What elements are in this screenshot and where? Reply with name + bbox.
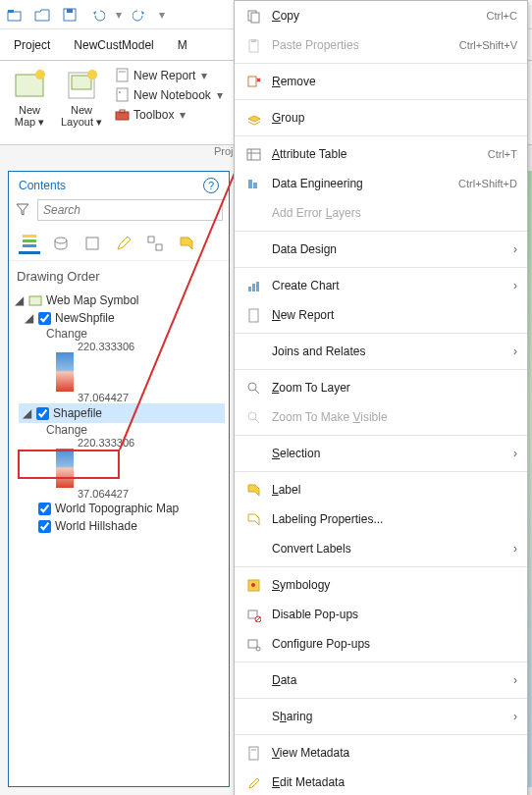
menu-data[interactable]: Data › — [235, 665, 527, 695]
menu-convlabels-label: Convert Labels — [272, 542, 504, 556]
svg-point-18 — [55, 238, 67, 243]
toc-tab-drawing-order[interactable] — [19, 233, 40, 254]
configure-popups-icon — [244, 635, 262, 653]
open-folder-icon[interactable] — [33, 6, 51, 24]
toc-tab-selection[interactable] — [81, 233, 103, 254]
svg-rect-22 — [29, 296, 41, 305]
menu-selection[interactable]: Selection › — [235, 439, 527, 468]
copy-icon — [244, 7, 262, 25]
layer-hillshade-checkbox[interactable] — [38, 520, 51, 533]
menu-symbology[interactable]: Symbology — [235, 570, 527, 600]
layer-topo-row[interactable]: ◢ World Topographic Map — [13, 500, 225, 517]
layer-newshpfile-checkbox[interactable] — [38, 312, 51, 325]
menu-attr-shortcut: Ctrl+T — [488, 148, 517, 160]
new-map-button[interactable]: NewMap ▾ — [8, 67, 51, 138]
menu-configure-popups[interactable]: Configure Pop-ups — [235, 629, 527, 659]
svg-rect-34 — [252, 284, 255, 292]
undo-icon[interactable] — [88, 6, 106, 24]
svg-rect-33 — [248, 287, 251, 292]
redo-dropdown[interactable]: ▾ — [159, 8, 165, 22]
menu-copy[interactable]: Copy Ctrl+C — [235, 1, 527, 30]
tab-extra[interactable]: M — [178, 38, 187, 52]
layer-context-menu: Copy Ctrl+C Paste Properties Ctrl+Shift+… — [234, 0, 528, 795]
svg-point-8 — [87, 70, 97, 80]
menu-create-chart[interactable]: Create Chart › — [235, 271, 527, 300]
menu-labeling-properties[interactable]: Labeling Properties... — [235, 504, 527, 534]
tab-project[interactable]: Project — [14, 38, 50, 52]
svg-point-42 — [251, 583, 255, 587]
new-report-button[interactable]: New Report▾ — [112, 67, 226, 83]
svg-rect-20 — [148, 237, 154, 242]
svg-rect-26 — [251, 39, 256, 42]
layer-topo-checkbox[interactable] — [38, 503, 51, 515]
new-notebook-button[interactable]: New Notebook▾ — [112, 86, 226, 103]
menu-attribute-table[interactable]: Attribute Table Ctrl+T — [235, 139, 527, 169]
toolbox-button[interactable]: Toolbox▾ — [112, 106, 226, 123]
svg-rect-17 — [23, 244, 36, 247]
menu-group[interactable]: Group — [235, 103, 527, 132]
menu-view-metadata[interactable]: View Metadata — [235, 738, 527, 768]
menu-copy-shortcut: Ctrl+C — [487, 10, 517, 22]
menu-remove[interactable]: Remove — [235, 67, 527, 96]
toc-tab-edit[interactable] — [113, 233, 134, 254]
renderer-heading-1: Change — [46, 327, 225, 341]
menu-disable-popups[interactable]: Disable Pop-ups — [235, 600, 527, 629]
layer-hillshade-row[interactable]: ◢ World Hillshade — [13, 517, 225, 535]
svg-point-12 — [119, 91, 121, 93]
svg-rect-28 — [247, 149, 260, 160]
svg-rect-9 — [117, 69, 128, 81]
menu-edit-metadata[interactable]: Edit Metadata — [235, 768, 527, 795]
zoom-layer-icon — [244, 379, 262, 397]
submenu-arrow-icon: › — [513, 542, 517, 556]
undo-dropdown[interactable]: ▾ — [116, 8, 122, 22]
layer-newshpfile-row[interactable]: ◢ NewShpfile — [13, 309, 225, 327]
map-frame-row[interactable]: ◢ Web Map Symbol — [13, 292, 225, 309]
menu-joins-label: Joins and Relates — [272, 344, 504, 358]
tab-model[interactable]: NewCustModel — [74, 38, 153, 52]
toc-tab-datasource[interactable] — [50, 233, 72, 254]
ramp-top-1: 220.333306 — [78, 341, 225, 352]
layer-shapefile-row[interactable]: ◢ Shapefile — [19, 403, 225, 423]
paste-icon — [244, 36, 262, 54]
redo-icon[interactable] — [132, 6, 149, 24]
menu-data-engineering[interactable]: Data Engineering Ctrl+Shift+D — [235, 169, 527, 198]
menu-zoom-to-layer[interactable]: Zoom To Layer — [235, 373, 527, 402]
menu-joins-relates[interactable]: Joins and Relates › — [235, 337, 527, 366]
drawing-order-header: Drawing Order — [9, 261, 229, 292]
help-icon[interactable]: ? — [203, 178, 219, 193]
svg-rect-24 — [251, 13, 259, 23]
submenu-arrow-icon: › — [513, 710, 517, 723]
svg-rect-15 — [23, 235, 36, 238]
toc-tabs — [9, 227, 229, 261]
open-project-icon[interactable] — [6, 6, 24, 24]
menu-chart-label: Create Chart — [272, 279, 504, 292]
filter-icon[interactable] — [15, 201, 32, 219]
zoom-visible-icon — [244, 408, 262, 426]
menu-zoom-visible: Zoom To Make Visible — [235, 402, 527, 432]
contents-title: Contents — [19, 179, 66, 192]
symbology-icon — [244, 576, 262, 594]
layer-shapefile-checkbox[interactable] — [36, 407, 49, 420]
new-layout-button[interactable]: NewLayout ▾ — [57, 67, 106, 138]
menu-convert-labels[interactable]: Convert Labels › — [235, 534, 527, 563]
layer-hillshade-label: World Hillshade — [55, 519, 137, 533]
svg-rect-3 — [67, 9, 73, 13]
svg-rect-21 — [156, 244, 162, 250]
toc-tab-labeling[interactable] — [176, 233, 197, 254]
menu-label[interactable]: Label — [235, 475, 527, 504]
save-icon[interactable] — [61, 6, 79, 24]
svg-rect-1 — [8, 10, 14, 13]
ramp-bottom-2: 37.064427 — [78, 488, 225, 500]
svg-point-47 — [256, 647, 260, 651]
menu-paste-properties: Paste Properties Ctrl+Shift+V — [235, 30, 527, 60]
menu-sharing[interactable]: Sharing › — [235, 702, 527, 731]
submenu-arrow-icon: › — [513, 344, 517, 358]
svg-rect-27 — [248, 77, 256, 86]
toc-tab-snapping[interactable] — [144, 233, 166, 254]
menu-new-report[interactable]: New Report — [235, 300, 527, 330]
error-layers-icon — [244, 204, 262, 222]
search-input[interactable] — [37, 199, 223, 221]
menu-data-design[interactable]: Data Design › — [235, 235, 527, 264]
menu-dataeng-label: Data Engineering — [272, 177, 449, 190]
ramp-bottom-1: 37.064427 — [78, 392, 225, 403]
